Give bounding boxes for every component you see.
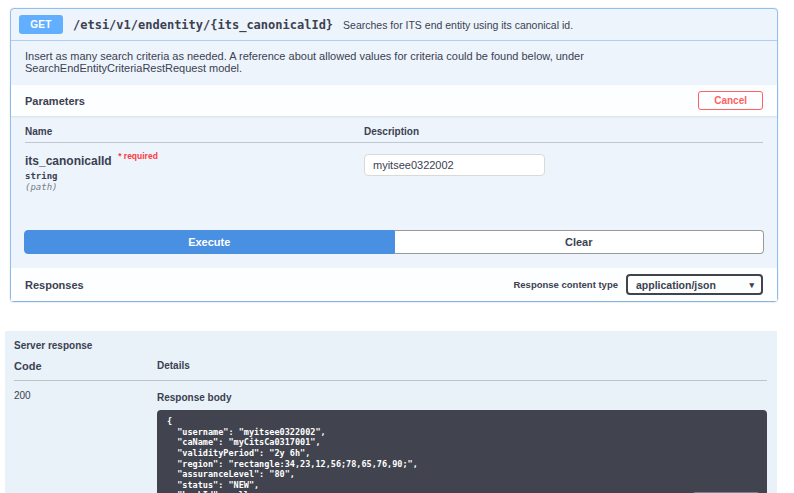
responses-section-header: Responses Response content type applicat… [11,268,777,301]
response-content-type-label: Response content type [513,279,618,290]
status-code: 200 [14,390,157,493]
parameters-table: Name Description its_canonicalId * requi… [11,116,777,218]
parameters-table-header: Name Description [25,126,763,143]
server-response-title: Server response [14,338,767,360]
chevron-down-icon: ▾ [749,280,754,290]
operation-block-get: GET /etsi/v1/endentity/{its_canonicalId}… [10,8,778,302]
details-column-header: Details [157,360,767,372]
operation-summary[interactable]: GET /etsi/v1/endentity/{its_canonicalId}… [11,9,777,41]
parameters-section-header: Parameters Cancel [11,85,777,116]
endpoint-path: /etsi/v1/endentity/{its_canonicalId} [73,18,333,32]
server-response-panel: Server response Code Details 200 Respons… [5,331,777,493]
clear-button[interactable]: Clear [395,230,765,254]
code-column-header: Code [14,360,157,372]
name-column-header: Name [25,126,364,137]
http-method-badge: GET [19,15,63,34]
server-response-table-header: Code Details [14,360,767,381]
operation-description: Insert as many search criteria as needed… [11,41,777,85]
description-column-header: Description [364,126,763,137]
response-details-cell: Response body { "username": "myitsee0322… [157,390,767,493]
server-response-row: 200 Response body { "username": "myitsee… [14,381,767,493]
parameter-name: its_canonicalId [25,154,112,168]
parameter-name-cell: its_canonicalId * required string (path) [25,151,364,192]
parameter-type: string [25,171,364,181]
table-row: its_canonicalId * required string (path) [25,143,763,214]
response-content-type-control: Response content type application/json ▾ [513,274,763,295]
required-marker: * required [118,151,158,161]
its-canonicalid-input[interactable] [364,154,545,176]
response-content-type-value: application/json [636,279,716,291]
responses-title: Responses [25,279,84,291]
response-content-type-select[interactable]: application/json ▾ [626,274,763,295]
parameters-title: Parameters [25,95,85,107]
response-body-label: Response body [157,392,767,403]
response-body-code: { "username": "myitsee0322002", "caName"… [157,410,767,493]
endpoint-summary: Searches for ITS end entity using its ca… [343,19,573,31]
parameter-location: (path) [25,182,364,192]
execute-button[interactable]: Execute [24,230,395,254]
response-body-block: { "username": "myitsee0322002", "caName"… [157,410,767,493]
cancel-button[interactable]: Cancel [698,91,763,110]
execute-button-group: Execute Clear [11,218,777,268]
parameter-value-cell [364,151,763,192]
